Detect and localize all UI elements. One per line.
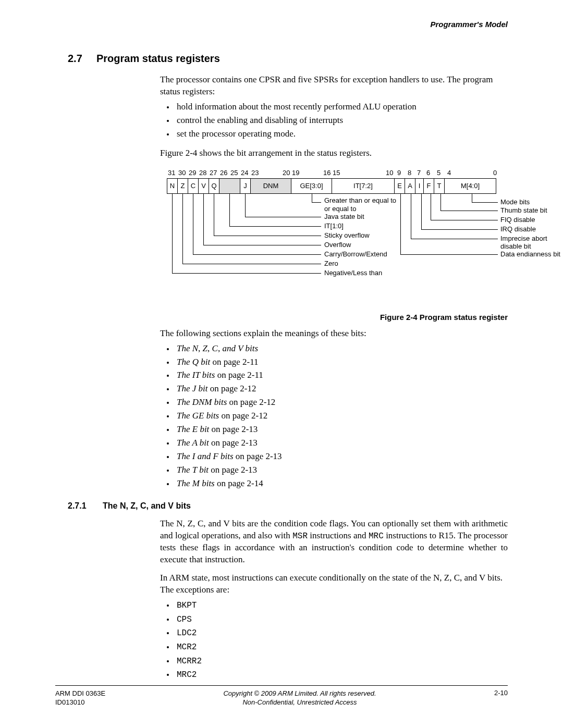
bullet: hold information about the most recently… bbox=[175, 101, 508, 113]
page: Programmer's Model 2.7 Program status re… bbox=[0, 0, 563, 728]
bit-cell: Q bbox=[209, 178, 219, 194]
section-link[interactable]: The J bit on page 2-12 bbox=[175, 383, 508, 395]
section-link[interactable]: The M bits on page 2-14 bbox=[175, 478, 508, 490]
figure-ref: Figure 2-4 shows the bit arrangement in … bbox=[160, 147, 508, 159]
exception-list: BKPTCPSLDC2MCR2MCRR2MRC2 bbox=[160, 599, 508, 681]
section-link[interactable]: The T bit on page 2-13 bbox=[175, 464, 508, 476]
bit-cell: A bbox=[405, 178, 415, 194]
subsection-para1: The N, Z, C, and V bits are the conditio… bbox=[160, 518, 508, 566]
subsection-number: 2.7.1 bbox=[68, 501, 103, 511]
section-link[interactable]: The GE bits on page 2-12 bbox=[175, 410, 508, 422]
subsection-title: The N, Z, C, and V bits bbox=[103, 501, 191, 511]
intro-para: The processor contains one CPSR and five… bbox=[160, 74, 508, 98]
post-figure-lead: The following sections explain the meani… bbox=[160, 328, 508, 340]
intro-bullets: hold information about the most recently… bbox=[160, 101, 508, 140]
subsection-heading: 2.7.1 The N, Z, C, and V bits bbox=[68, 501, 508, 511]
figure-caption: Figure 2-4 Program status register bbox=[68, 313, 508, 322]
section-heading: 2.7 Program status registers bbox=[68, 53, 508, 65]
exception-item: BKPT bbox=[175, 599, 508, 612]
exception-item: CPS bbox=[175, 613, 508, 626]
footer-center: Copyright © 2009 ARM Limited. All rights… bbox=[105, 689, 494, 707]
bit-cell: C bbox=[188, 178, 198, 194]
bit-cell: T bbox=[434, 178, 444, 194]
section-link[interactable]: The E bit on page 2-13 bbox=[175, 424, 508, 436]
bit-cell bbox=[219, 178, 240, 194]
bit-cell: DNM bbox=[250, 178, 291, 194]
exception-item: MRC2 bbox=[175, 669, 508, 681]
running-header: Programmer's Model bbox=[68, 20, 508, 29]
bit-cell: I bbox=[415, 178, 423, 194]
bit-cell: E bbox=[394, 178, 405, 194]
bit-cell: V bbox=[198, 178, 209, 194]
post-figure-body: The following sections explain the meani… bbox=[160, 328, 508, 490]
section-link[interactable]: The DNM bits on page 2-12 bbox=[175, 397, 508, 409]
exception-item: MCRR2 bbox=[175, 655, 508, 668]
bullet: set the processor operating mode. bbox=[175, 128, 508, 140]
footer-right: 2-10 bbox=[494, 689, 508, 697]
section-title: Program status registers bbox=[96, 53, 220, 65]
bit-numbers: 31 30 29 28 27 26 25 24 23 20 19 16 15 1… bbox=[167, 169, 563, 178]
page-footer: ARM DDI 0363E ID013010 Copyright © 2009 … bbox=[55, 685, 508, 707]
section-link[interactable]: The IT bits on page 2-11 bbox=[175, 369, 508, 381]
section-link[interactable]: The Q bit on page 2-11 bbox=[175, 356, 508, 368]
bit-cell: N bbox=[167, 178, 177, 194]
figure-psr: 31 30 29 28 27 26 25 24 23 20 19 16 15 1… bbox=[167, 169, 563, 305]
section-links: The N, Z, C, and V bitsThe Q bit on page… bbox=[160, 343, 508, 490]
bullet: control the enabling and disabling of in… bbox=[175, 115, 508, 127]
exception-item: MCR2 bbox=[175, 641, 508, 653]
bit-cell: M[4:0] bbox=[444, 178, 496, 194]
bit-cell: IT[7:2] bbox=[332, 178, 394, 194]
exception-item: LDC2 bbox=[175, 627, 508, 639]
section-link[interactable]: The N, Z, C, and V bits bbox=[175, 343, 508, 355]
body-column: The processor contains one CPSR and five… bbox=[160, 74, 508, 159]
annotation-area: Greater than or equal to or equal to Jav… bbox=[167, 194, 563, 305]
section-link[interactable]: The I and F bits on page 2-13 bbox=[175, 451, 508, 463]
subsection-body: The N, Z, C, and V bits are the conditio… bbox=[160, 518, 508, 681]
footer-left: ARM DDI 0363E ID013010 bbox=[55, 689, 105, 707]
section-number: 2.7 bbox=[68, 53, 96, 65]
bit-cell: GE[3:0] bbox=[291, 178, 332, 194]
bit-cell: F bbox=[423, 178, 434, 194]
bit-cell: J bbox=[240, 178, 250, 194]
bit-row: NZCVQJDNMGE[3:0]IT[7:2]EAIFTM[4:0] bbox=[167, 178, 496, 194]
section-link[interactable]: The A bit on page 2-13 bbox=[175, 437, 508, 449]
subsection-para2: In ARM state, most instructions can exec… bbox=[160, 572, 508, 596]
bit-cell: Z bbox=[177, 178, 188, 194]
